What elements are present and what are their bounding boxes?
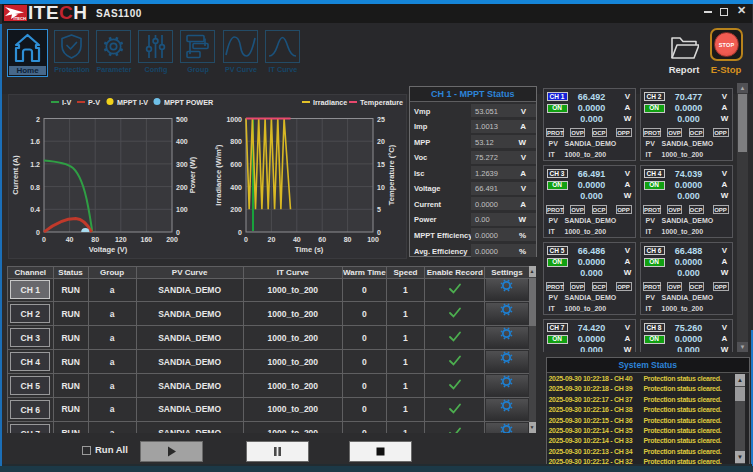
svg-text:0: 0	[244, 236, 248, 243]
svg-text:160: 160	[141, 236, 153, 243]
svg-text:15: 15	[377, 161, 385, 168]
svg-text:800: 800	[230, 138, 242, 145]
svg-text:5: 5	[377, 206, 381, 213]
svg-text:Temperature (°C): Temperature (°C)	[387, 144, 396, 205]
svg-text:ITECH: ITECH	[14, 16, 27, 21]
svg-text:0: 0	[238, 229, 242, 236]
svg-text:600: 600	[230, 161, 242, 168]
svg-text:Time (s): Time (s)	[295, 245, 324, 254]
svg-text:MPPT I-V: MPPT I-V	[117, 98, 148, 107]
svg-text:P-V: P-V	[88, 98, 100, 107]
svg-text:400: 400	[230, 184, 242, 191]
svg-text:Power (W): Power (W)	[188, 156, 197, 193]
svg-text:10: 10	[377, 184, 385, 191]
svg-text:200: 200	[166, 236, 178, 243]
svg-text:1000: 1000	[226, 116, 242, 123]
svg-text:Current (A): Current (A)	[11, 155, 20, 195]
svg-text:0: 0	[36, 229, 40, 236]
svg-text:200: 200	[176, 184, 188, 191]
svg-text:60: 60	[318, 236, 326, 243]
svg-text:Temperature: Temperature	[360, 98, 403, 107]
svg-text:MPPT POWER: MPPT POWER	[164, 98, 214, 107]
svg-text:20: 20	[268, 236, 276, 243]
svg-text:0: 0	[377, 229, 381, 236]
svg-text:Voltage (V): Voltage (V)	[89, 245, 128, 254]
svg-text:0.8: 0.8	[30, 184, 40, 191]
svg-text:2: 2	[36, 116, 40, 123]
svg-text:20: 20	[377, 138, 385, 145]
svg-text:300: 300	[176, 161, 188, 168]
svg-text:1.6: 1.6	[30, 138, 40, 145]
svg-text:0: 0	[176, 229, 180, 236]
svg-text:I-V: I-V	[62, 98, 71, 107]
svg-text:500: 500	[176, 116, 188, 123]
svg-text:40: 40	[293, 236, 301, 243]
svg-text:0: 0	[42, 236, 46, 243]
svg-text:100: 100	[367, 236, 379, 243]
svg-text:1.2: 1.2	[30, 161, 40, 168]
svg-text:Irradiance (W/m²): Irradiance (W/m²)	[214, 144, 223, 206]
svg-text:80: 80	[344, 236, 352, 243]
svg-text:400: 400	[176, 138, 188, 145]
svg-text:0.4: 0.4	[30, 206, 40, 213]
svg-text:100: 100	[176, 206, 188, 213]
svg-text:120: 120	[115, 236, 127, 243]
svg-text:25: 25	[377, 116, 385, 123]
svg-text:200: 200	[230, 206, 242, 213]
svg-text:80: 80	[91, 236, 99, 243]
svg-text:40: 40	[66, 236, 74, 243]
svg-text:Irradiance: Irradiance	[313, 98, 347, 107]
